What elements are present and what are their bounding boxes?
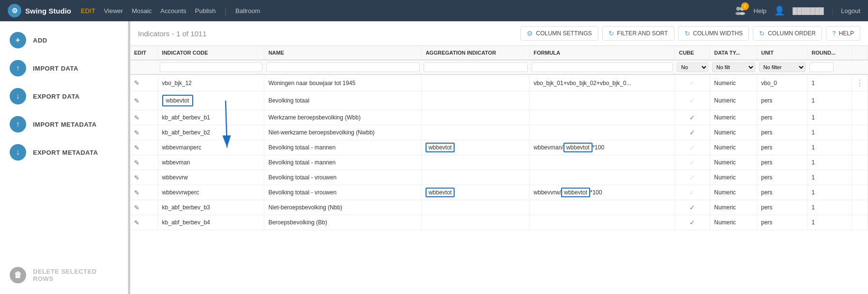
filter-name[interactable] (264, 60, 422, 74)
help-icon: ? (832, 29, 836, 37)
add-icon: + (10, 32, 26, 48)
agg-cell (422, 91, 530, 110)
edit-icon[interactable]: ✎ (134, 189, 139, 196)
filter-agg[interactable] (422, 60, 530, 74)
datatype-cell: Numeric (710, 200, 757, 215)
edit-cell[interactable]: ✎ (130, 140, 158, 155)
help-link[interactable]: Help (754, 7, 767, 15)
edit-cell[interactable]: ✎ (130, 74, 158, 91)
sidebar-item-delete-rows[interactable]: 🗑 DELETE SELECTED ROWS (0, 261, 128, 289)
name-cell: Bevolking totaal - mannen (264, 155, 422, 170)
col-aggregation: AGGREGATION INDICATOR (422, 46, 530, 60)
name-cell: Werkzame beroepsbevolking (Wbb) (264, 110, 422, 125)
app-logo[interactable]: ⚙ Swing Studio (8, 4, 71, 17)
formula-cell (530, 155, 675, 170)
filter-sort-label: FILTER AND SORT (617, 30, 668, 37)
export-data-icon: ↓ (10, 88, 26, 104)
filter-name-input[interactable] (266, 62, 420, 72)
sidebar-item-export-metadata[interactable]: ↓ EXPORT METADATA (0, 138, 128, 166)
edit-cell[interactable]: ✎ (130, 155, 158, 170)
edit-cell[interactable]: ✎ (130, 125, 158, 140)
filter-code[interactable] (158, 60, 264, 74)
edit-cell[interactable]: ✎ (130, 91, 158, 110)
code-value-highlighted: wbbevtot (162, 95, 193, 106)
cube-uncheck-icon: ✓ (689, 174, 695, 181)
nav-right: 2 Help 👤 ███████ | Logout (734, 5, 860, 16)
cube-check-icon: ✓ (689, 204, 695, 211)
formula-cell (530, 91, 675, 110)
nav-accounts[interactable]: Accounts (160, 7, 186, 15)
filter-datatype[interactable]: No filt (710, 60, 757, 74)
edit-cell[interactable]: ✎ (130, 170, 158, 185)
table-header-row: EDIT INDICATOR CODE NAME AGGREGATION IND… (130, 46, 868, 60)
logout-link[interactable]: Logout (841, 7, 860, 15)
edit-icon[interactable]: ✎ (134, 174, 139, 181)
table-row: ✎wbbevmanBevolking totaal - mannen✓Numer… (130, 155, 868, 170)
round-cell: 1 (807, 74, 852, 91)
cube-uncheck-icon: ✓ (689, 144, 695, 151)
filter-round-input[interactable] (809, 62, 834, 72)
nav-data[interactable]: EDIT (81, 7, 95, 15)
filter-datatype-select[interactable]: No filt (712, 62, 755, 72)
sidebar-item-import-data[interactable]: ↑ IMPORT DATA (0, 54, 128, 82)
code-cell: vbo_bjk_12 (158, 74, 264, 91)
sidebar-item-export-data[interactable]: ↓ EXPORT DATA (0, 82, 128, 110)
column-settings-button[interactable]: ⚙ COLUMN SETTINGS (520, 26, 598, 41)
sidebar-item-add[interactable]: + ADD (0, 26, 128, 54)
name-cell: Niet-werkzame beroepsbevolking (Nwbb) (264, 125, 422, 140)
edit-icon[interactable]: ✎ (134, 144, 139, 151)
nav-separator: | (832, 7, 833, 15)
filter-round[interactable] (807, 60, 852, 74)
filter-sort-icon: ↻ (609, 29, 614, 37)
help-button[interactable]: ? HELP (826, 26, 860, 41)
edit-icon[interactable]: ✎ (134, 97, 139, 104)
edit-cell[interactable]: ✎ (130, 110, 158, 125)
name-cell: Niet-beroepsbevolking (Nbb) (264, 200, 422, 215)
edit-icon[interactable]: ✎ (134, 204, 139, 211)
edit-cell[interactable]: ✎ (130, 185, 158, 200)
edit-icon[interactable]: ✎ (134, 79, 139, 87)
filter-sort-button[interactable]: ↻ FILTER AND SORT (602, 26, 674, 41)
nav-mosaic[interactable]: Mosaic (132, 7, 152, 15)
formula-cell: vbo_bjk_01+vbo_bjk_02+vbo_bjk_0... (530, 74, 675, 91)
formula-cell: wbbevvrw/wbbevtot*100 (530, 185, 675, 200)
sidebar-item-import-metadata[interactable]: ↑ IMPORT METADATA (0, 110, 128, 138)
edit-icon[interactable]: ✎ (134, 129, 139, 136)
edit-cell[interactable]: ✎ (130, 200, 158, 215)
datatype-cell: Numeric (710, 155, 757, 170)
col-unit: UNIT (757, 46, 807, 60)
edit-icon[interactable]: ✎ (134, 159, 139, 166)
filter-agg-input[interactable] (424, 62, 528, 72)
column-widths-button[interactable]: ↻ COLUMN WIDTHS (678, 26, 749, 41)
unit-cell: pers (757, 110, 807, 125)
filter-unit[interactable]: No filter (757, 60, 807, 74)
edit-icon[interactable]: ✎ (134, 219, 139, 226)
logo-icon: ⚙ (8, 4, 21, 17)
table-container[interactable]: EDIT INDICATOR CODE NAME AGGREGATION IND… (130, 46, 868, 294)
nav-viewer[interactable]: Viewer (104, 7, 123, 15)
nav-ballroom[interactable]: Ballroom (235, 7, 260, 15)
filter-cube-select[interactable]: No (677, 62, 708, 72)
table-row: ✎wbbevmanpercBevolking totaal - mannenwb… (130, 140, 868, 155)
agg-cell (422, 170, 530, 185)
formula-value-highlighted: wbbevtot (563, 143, 593, 152)
filter-formula-input[interactable] (532, 62, 673, 72)
main-layout: + ADD ↑ IMPORT DATA ↓ EXPORT DATA ↑ IMPO… (0, 21, 868, 294)
filter-cube[interactable]: No (675, 60, 710, 74)
round-cell: 1 (807, 91, 852, 110)
filter-code-input[interactable] (160, 62, 262, 72)
filter-formula[interactable] (530, 60, 675, 74)
edit-icon[interactable]: ✎ (134, 114, 139, 121)
nav-publish[interactable]: Publish (195, 7, 216, 15)
cube-uncheck-icon: ✓ (689, 189, 695, 196)
users-icon-wrap[interactable]: 2 (734, 5, 746, 16)
name-cell: Bevolking totaal - vrouwen (264, 170, 422, 185)
unit-cell: pers (757, 155, 807, 170)
edit-cell[interactable]: ✎ (130, 215, 158, 230)
round-cell: 1 (807, 200, 852, 215)
column-order-button[interactable]: ↻ COLUMN ORDER (753, 26, 822, 41)
cube-cell: ✓ (675, 185, 710, 200)
table-wrapper: EDIT INDICATOR CODE NAME AGGREGATION IND… (130, 46, 868, 294)
filter-unit-select[interactable]: No filter (759, 62, 806, 72)
unit-cell: pers (757, 125, 807, 140)
